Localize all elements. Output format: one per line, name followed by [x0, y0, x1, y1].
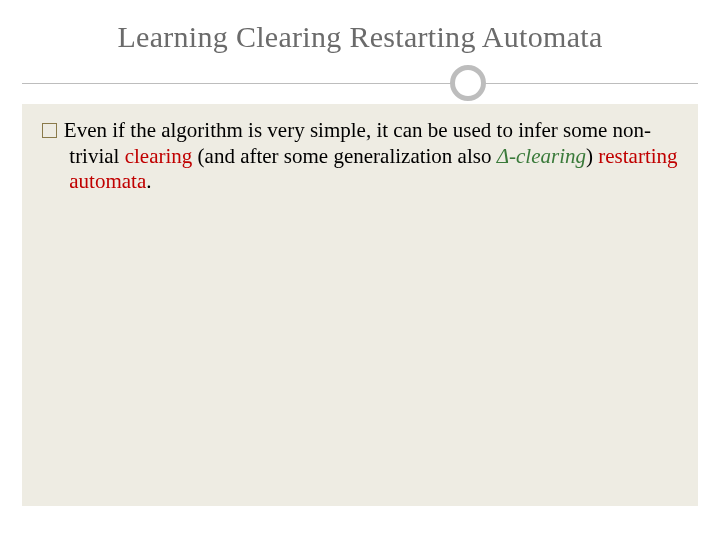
text-fragment: .	[146, 169, 151, 193]
divider-circle-icon	[450, 65, 486, 101]
square-bullet-icon	[42, 123, 57, 138]
divider-line	[22, 83, 698, 84]
text-fragment: )	[586, 144, 598, 168]
slide: Learning Clearing Restarting Automata Ev…	[0, 0, 720, 540]
text-fragment: (and after some generalization also	[192, 144, 496, 168]
bullet-item: Even if the algorithm is very simple, it…	[42, 118, 678, 195]
text-clearing: clearing	[125, 144, 193, 168]
content-box: Even if the algorithm is very simple, it…	[22, 104, 698, 506]
title-area: Learning Clearing Restarting Automata	[0, 0, 720, 68]
page-title: Learning Clearing Restarting Automata	[0, 20, 720, 54]
text-delta-clearing: Δ-clearing	[497, 144, 586, 168]
divider	[0, 68, 720, 98]
